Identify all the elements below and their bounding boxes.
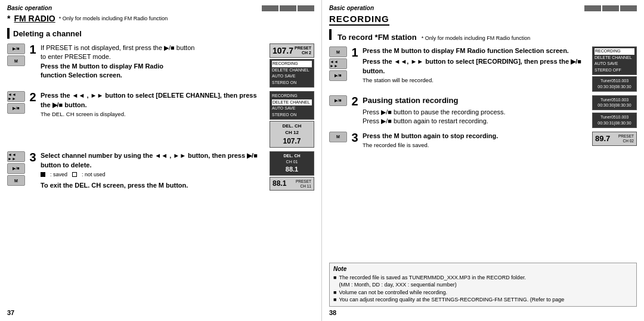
right-header-bar-2	[602, 5, 619, 11]
step1-text3: Press the M button to display FM Radio	[41, 62, 267, 71]
step3-content: Select channel number by using the ◄◄ , …	[41, 151, 267, 190]
step1-menu-stereo: STEREO ON	[272, 80, 296, 85]
rstep1-tuner: Tuner0510.003	[595, 78, 634, 84]
note-text-3: Volume can not be controlled while recor…	[339, 289, 447, 297]
right-header: Basic operation	[329, 5, 637, 11]
left-section-heading: Deleting a channel	[7, 28, 314, 39]
rstep2-time2: 00:30:31|08:30:30	[595, 120, 634, 126]
rstep1-menu-stereo: STEREO OFF	[595, 68, 621, 72]
step2-menu-recording: RECORDING	[272, 94, 298, 98]
rstep2-tuner-screen1: Tuner0510.003 00:30:30|08:30:30	[592, 95, 637, 111]
rstep2-tuner1: Tuner0510.003	[595, 97, 634, 103]
right-section-heading-text: To record *FM station	[338, 33, 417, 42]
right-section-note: * Only for models including FM Radio fun…	[422, 35, 531, 41]
rstep3-freq-screen: 89.7 PRESETCH 02	[592, 132, 637, 146]
note-item-3: ■ Volume can not be controlled while rec…	[333, 289, 633, 297]
rstep3-icon-m: M	[329, 132, 347, 142]
step1-icons: ▶/■ M	[7, 43, 25, 66]
left-steps: ▶/■ M 1 If PRESET is not displayed, firs…	[7, 43, 314, 307]
step1-screen: 107.7 PRESETCH 2 RECORDING DELETE CHANNE…	[270, 43, 314, 88]
note-text-4: You can adjust recording quality at the …	[339, 296, 564, 304]
note-box: Note ■ The recorded file is saved as TUN…	[329, 263, 637, 307]
step2-menu-autosave: AUTO SAVE	[272, 106, 295, 110]
page-container: Basic operation * FM RADIO * Only for mo…	[0, 0, 644, 321]
step2-menu-stereo: STEREO ON	[272, 113, 296, 117]
step1-preset-val: PRESETCH 2	[295, 46, 311, 56]
step3-text1: Select channel number by using the ◄◄ , …	[41, 151, 267, 170]
rstep2-content: Pausing station recording Press ▶/■ butt…	[363, 95, 590, 126]
rstep1-menu: RECORDING DELETE CHANNEL AUTO SAVE STERE…	[592, 46, 637, 75]
fm-radio-title: FM RADIO	[14, 14, 55, 23]
right-step-1: M ◄◄ ►► ▶/■ 1 Press the M button to disp…	[329, 46, 637, 92]
right-section-heading: To record *FM station * Only for models …	[329, 29, 637, 42]
step1-menu-autosave: AUTO SAVE	[272, 74, 295, 78]
step2-screen: RECORDING DELETE CHANNEL AUTO SAVE STERE…	[270, 91, 314, 148]
rstep2-screen: Tuner0510.003 00:30:30|08:30:30 Tuner051…	[592, 95, 637, 128]
symbol-filled	[41, 172, 45, 177]
fm-radio-star: *	[7, 14, 10, 23]
step3-preset-label: PRESETCH 11	[296, 179, 311, 189]
step1-icon-play: ▶/■	[7, 43, 25, 54]
left-step-1: ▶/■ M 1 If PRESET is not displayed, firs…	[7, 43, 314, 88]
right-header-bar-3	[620, 5, 637, 11]
rstep3-icons: M	[329, 132, 347, 142]
fm-radio-section-title: * FM RADIO * Only for models including F…	[7, 14, 314, 23]
right-page-number: 38	[329, 309, 336, 316]
step2-del-label: DEL. CH	[272, 123, 312, 129]
step3-freq: 88.1	[272, 165, 312, 174]
left-step-3: ◄◄ ►► ▶/■ M 3 Select channel number by u…	[7, 151, 314, 191]
step3-exit-text: To exit the DEL. CH screen, press the M …	[41, 181, 267, 190]
rstep2-text1: Press ▶/■ button to pause the recording …	[363, 108, 590, 117]
right-basic-operation-label: Basic operation	[329, 5, 374, 11]
rstep2-tuner2: Tuner0510.003	[595, 114, 634, 120]
step3-number: 3	[27, 151, 38, 163]
left-step-2: ◄◄ ►► ▶/■ 2 Press the ◄◄ , ►► button to …	[7, 91, 314, 148]
step2-icons: ◄◄ ►► ▶/■	[7, 91, 25, 114]
rstep1-menu-recording: RECORDING	[595, 48, 634, 55]
note-text-2: (MM : Month, DD : day, XXX : sequential …	[339, 281, 456, 289]
rstep1-time: 00:30:30|08:30:30	[595, 84, 634, 90]
step2-menu-delete: DELETE CHANNEL	[272, 99, 312, 106]
right-section-heading-bar	[329, 29, 332, 40]
fm-radio-note: * Only for models including FM Radio fun…	[59, 15, 168, 21]
right-header-bars	[584, 5, 637, 11]
rstep2-icons: ▶/■	[329, 95, 347, 106]
step2-subtext: The DEL. CH screen is displayed.	[41, 110, 267, 118]
rstep1-number: 1	[349, 46, 360, 58]
step2-icon-prev-next: ◄◄ ►►	[7, 91, 25, 102]
rstep1-text2: Press the ◄◄, ►► button to select [RECOR…	[363, 57, 590, 76]
step3-icons: ◄◄ ►► ▶/■ M	[7, 151, 25, 186]
rstep3-subtext: The recorded file is saved.	[363, 141, 590, 149]
step2-number: 2	[27, 91, 38, 103]
step2-del-screen: DEL. CH CH 12 107.7	[270, 121, 314, 148]
step1-text1: If PRESET is not displayed, first press …	[41, 43, 267, 52]
note-item-2: ■ (MM : Month, DD : day, XXX : sequentia…	[333, 281, 633, 289]
header-bar-1	[262, 5, 278, 11]
symbol-not-used-label: : not used	[82, 171, 106, 179]
note-bullet-3: ■	[333, 289, 336, 297]
rstep3-content: Press the M button again to stop recordi…	[363, 132, 590, 149]
step3-del-screen: DEL. CH CH 01 88.1	[270, 151, 314, 176]
left-page: Basic operation * FM RADIO * Only for mo…	[0, 0, 322, 321]
note-bullet-1: ■	[333, 274, 336, 282]
step1-menu-recording: RECORDING	[272, 61, 312, 67]
step2-ch-label: CH 12	[272, 129, 312, 136]
section-heading-bar	[7, 28, 10, 39]
step1-text4: function Selection screen.	[41, 71, 267, 80]
rstep2-tuner-screen2: Tuner0510.003 00:30:31|08:30:30	[592, 113, 637, 128]
rstep3-preset-label: PRESETCH 02	[618, 134, 634, 144]
rstep2-number: 2	[349, 95, 360, 107]
right-step-2: ▶/■ 2 Pausing station recording Press ▶/…	[329, 95, 637, 128]
step3-screen: DEL. CH CH 01 88.1 88.1 PRESETCH 11	[270, 151, 314, 191]
rstep1-icon-play: ▶/■	[329, 70, 347, 81]
recording-section-title: RECORDING	[329, 14, 637, 26]
right-page: Basic operation RECORDING To record *FM …	[322, 0, 644, 321]
rstep1-menu-delete: DELETE CHANNEL	[595, 55, 632, 60]
recording-title: RECORDING	[329, 14, 389, 26]
note-item-1: ■ The recorded file is saved as TUNERMMD…	[333, 274, 633, 282]
right-steps: M ◄◄ ►► ▶/■ 1 Press the M button to disp…	[329, 46, 637, 260]
step1-text2: to enter PRESET mode.	[41, 52, 267, 61]
rstep1-menu-autosave: AUTO SAVE	[595, 61, 618, 66]
symbol-empty	[72, 172, 77, 177]
step1-number: 1	[27, 43, 38, 55]
